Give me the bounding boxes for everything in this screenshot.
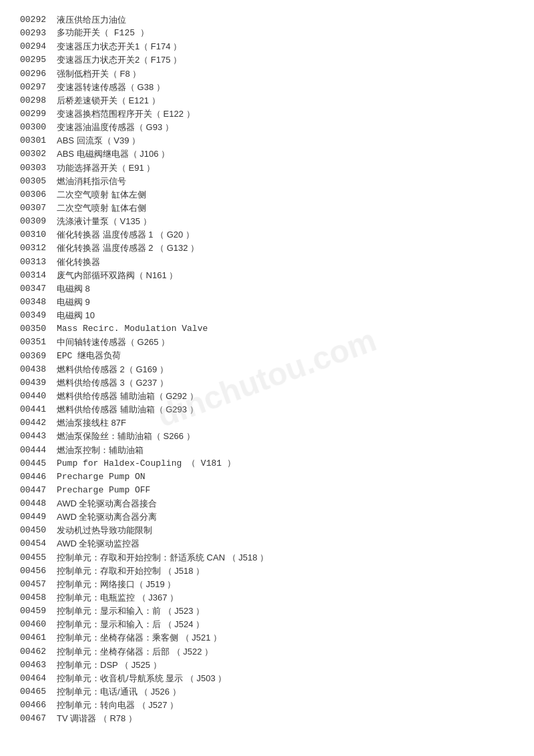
table-row: 00302ABS 电磁阀继电器（ J106 ） [20, 147, 514, 161]
row-code: 00442 [20, 416, 57, 430]
table-row: 00293多功能开关（ F125 ） [20, 27, 514, 40]
table-row: 00303功能选择器开关（ E91 ） [20, 161, 514, 175]
row-code: 00458 [20, 591, 57, 605]
row-code: 00351 [20, 336, 57, 349]
table-row: 00457控制单元：网络接口（ J519 ） [20, 578, 514, 591]
table-row: 00459控制单元：显示和输入：前 （ J523 ） [20, 605, 514, 618]
row-desc: 二次空气喷射 缸体左侧 [57, 188, 514, 202]
row-code: 00463 [20, 659, 57, 672]
table-row: 00300变速器油温度传感器（ G93 ） [20, 121, 514, 134]
row-code: 00295 [20, 53, 57, 67]
row-code: 00302 [20, 147, 57, 161]
row-code: 00300 [20, 121, 57, 134]
row-desc: 变速器压力状态开关2（ F175 ） [57, 53, 514, 67]
row-code: 00369 [20, 350, 57, 363]
row-desc: 变速器压力状态开关1（ F174 ） [57, 40, 514, 53]
table-row: 00461控制单元：坐椅存储器：乘客侧 （ J521 ） [20, 631, 514, 645]
row-code: 00461 [20, 631, 57, 645]
row-code: 00457 [20, 578, 57, 591]
row-desc: AWD 全轮驱动离合器接合 [57, 497, 514, 510]
row-desc: 催化转换器 [57, 256, 514, 269]
table-row: 00450发动机过热导致功能限制 [20, 524, 514, 537]
row-desc: 功能选择器开关（ E91 ） [57, 161, 514, 175]
row-code: 00298 [20, 94, 57, 107]
row-code: 00439 [20, 376, 57, 390]
table-row: 00298后桥差速锁开关（ E121 ） [20, 94, 514, 107]
row-desc: AWD 全轮驱动离合器分离 [57, 510, 514, 524]
row-code: 00307 [20, 202, 57, 215]
table-row: 00458控制单元：电瓶监控 （ J367 ） [20, 591, 514, 605]
row-code: 00299 [20, 107, 57, 121]
row-desc: 电磁阀 9 [57, 296, 514, 309]
table-row: 00442燃油泵接线柱 87F [20, 416, 514, 430]
row-code: 00310 [20, 228, 57, 242]
table-row: 00456控制单元：存取和开始控制 （ J518 ） [20, 564, 514, 578]
row-code: 00460 [20, 618, 57, 631]
row-code: 00303 [20, 161, 57, 175]
table-row: 00445Pump for Haldex-Coupling （ V181 ） [20, 457, 514, 470]
row-desc: 燃油泵保险丝：辅助油箱（ S266 ） [57, 430, 514, 443]
row-desc: 控制单元：坐椅存储器：后部 （ J522 ） [57, 645, 514, 659]
row-desc: 变速器油温度传感器（ G93 ） [57, 121, 514, 134]
row-code: 00445 [20, 457, 57, 470]
row-code: 00450 [20, 524, 57, 537]
row-code: 00455 [20, 551, 57, 564]
table-row: 00439燃料供给传感器 3（ G237 ） [20, 376, 514, 390]
table-row: 00464控制单元：收音机/导航系统 显示 （ J503 ） [20, 672, 514, 685]
row-code: 00294 [20, 40, 57, 53]
row-desc: 控制单元：收音机/导航系统 显示 （ J503 ） [57, 672, 514, 685]
row-desc: 中间轴转速传感器（ G265 ） [57, 336, 514, 349]
row-desc: 燃料供给传感器 2（ G169 ） [57, 363, 514, 376]
row-desc: 燃油泵接线柱 87F [57, 416, 514, 430]
row-desc: 控制单元：显示和输入：前 （ J523 ） [57, 605, 514, 618]
row-desc: 多功能开关（ F125 ） [57, 27, 514, 40]
table-row: 00292液压供给压力油位 [20, 13, 514, 27]
row-code: 00301 [20, 134, 57, 147]
row-code: 00465 [20, 685, 57, 699]
row-desc: 燃料供给传感器 辅助油箱（ G293 ） [57, 403, 514, 416]
table-row: 00438燃料供给传感器 2（ G169 ） [20, 363, 514, 376]
row-desc: 强制低档开关（ F8 ） [57, 67, 514, 81]
row-desc: 燃料供给传感器 3（ G237 ） [57, 376, 514, 390]
row-code: 00292 [20, 13, 57, 27]
row-desc: 发动机过热导致功能限制 [57, 524, 514, 537]
row-desc: 控制单元：显示和输入：后 （ J524 ） [57, 618, 514, 631]
row-desc: Pump for Haldex-Coupling （ V181 ） [57, 457, 514, 470]
table-row: 00349电磁阀 10 [20, 309, 514, 322]
row-desc: ABS 电磁阀继电器（ J106 ） [57, 147, 514, 161]
table-row: 00448AWD 全轮驱动离合器接合 [20, 497, 514, 510]
table-row: 00314废气内部循环双路阀（ N161 ） [20, 269, 514, 282]
table-row: 00443燃油泵保险丝：辅助油箱（ S266 ） [20, 430, 514, 443]
row-code: 00309 [20, 215, 57, 228]
table-row: 00299变速器换档范围程序开关（ E122 ） [20, 107, 514, 121]
table-row: 00462控制单元：坐椅存储器：后部 （ J522 ） [20, 645, 514, 659]
table-row: 00466控制单元：转向电器 （ J527 ） [20, 699, 514, 712]
table-row: 00347电磁阀 8 [20, 282, 514, 296]
table-row: 00313催化转换器 [20, 256, 514, 269]
row-code: 00312 [20, 242, 57, 255]
row-code: 00462 [20, 645, 57, 659]
row-desc: AWD 全轮驱动监控器 [57, 537, 514, 550]
row-code: 00449 [20, 510, 57, 524]
row-desc: 燃油消耗指示信号 [57, 175, 514, 188]
row-desc: 变速器转速传感器（ G38 ） [57, 81, 514, 94]
table-row: 00467TV 调谐器 （ R78 ） [20, 712, 514, 725]
row-desc: 控制单元：电瓶监控 （ J367 ） [57, 591, 514, 605]
row-code: 00314 [20, 269, 57, 282]
table-row: 00306二次空气喷射 缸体左侧 [20, 188, 514, 202]
table-row: 00309洗涤液计量泵（ V135 ） [20, 215, 514, 228]
row-code: 00349 [20, 309, 57, 322]
table-row: 00297变速器转速传感器（ G38 ） [20, 81, 514, 94]
row-code: 00459 [20, 605, 57, 618]
row-code: 00444 [20, 444, 57, 457]
row-desc: 控制单元：存取和开始控制：舒适系统 CAN （ J518 ） [57, 551, 514, 564]
row-code: 00350 [20, 322, 57, 336]
table-row: 00449AWD 全轮驱动离合器分离 [20, 510, 514, 524]
table-row: 00294变速器压力状态开关1（ F174 ） [20, 40, 514, 53]
row-desc: Precharge Pump OFF [57, 484, 514, 497]
row-code: 00441 [20, 403, 57, 416]
table-row: 00296强制低档开关（ F8 ） [20, 67, 514, 81]
row-desc: 燃油泵控制：辅助油箱 [57, 444, 514, 457]
row-code: 00305 [20, 175, 57, 188]
table-row: 00312催化转换器 温度传感器 2 （ G132 ） [20, 242, 514, 255]
